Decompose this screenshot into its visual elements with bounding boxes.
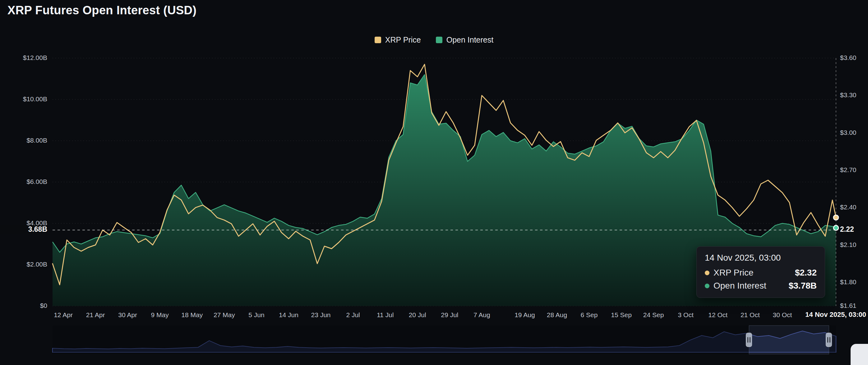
navigator-handle-left[interactable] (746, 333, 752, 347)
legend-item-open-interest[interactable]: Open Interest (436, 35, 493, 44)
handle-grip-icon (747, 337, 748, 343)
handle-grip-icon (749, 337, 750, 343)
tooltip-row-price: XRP Price $2.32 (705, 268, 817, 278)
oi-series-dot (705, 284, 709, 288)
tooltip-price-value: $2.32 (795, 268, 817, 278)
handle-grip-icon (830, 337, 830, 343)
navigator-dim-left (53, 326, 749, 354)
legend-item-xrp-price[interactable]: XRP Price (375, 35, 421, 44)
price-series-dot (705, 271, 709, 275)
legend-label-xrp-price: XRP Price (385, 35, 421, 44)
navigator-handle-right[interactable] (826, 333, 832, 347)
tooltip-title: 14 Nov 2025, 03:00 (705, 253, 817, 263)
tooltip-price-label: XRP Price (713, 268, 791, 278)
tooltip-oi-value: $3.78B (789, 281, 817, 291)
legend-swatch-open-interest (436, 37, 442, 43)
tooltip-oi-label: Open Interest (713, 281, 785, 291)
chart-tooltip: 14 Nov 2025, 03:00 XRP Price $2.32 Open … (696, 246, 825, 298)
chart-legend: XRP Price Open Interest (0, 35, 868, 44)
main-chart[interactable] (0, 0, 868, 365)
corner-floating-button[interactable] (850, 344, 868, 365)
price-hover-marker (834, 215, 838, 220)
tooltip-row-open-interest: Open Interest $3.78B (705, 281, 817, 291)
legend-label-open-interest: Open Interest (446, 35, 493, 44)
oi-hover-marker (834, 226, 838, 231)
legend-swatch-xrp-price (375, 37, 381, 43)
handle-grip-icon (827, 337, 828, 343)
navigator-brush-selection[interactable] (749, 326, 829, 354)
